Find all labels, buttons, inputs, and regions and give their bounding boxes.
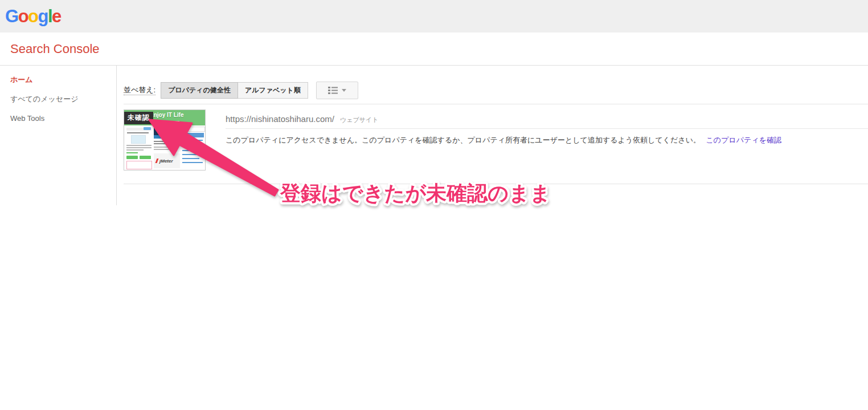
view-options-button[interactable] xyxy=(316,82,358,99)
thumb-decor-bar xyxy=(154,149,173,150)
thumb-decor-block xyxy=(126,161,152,169)
page: Google Search Console ホーム すべてのメッセージ Web … xyxy=(0,0,868,410)
logo-letter: e xyxy=(52,6,61,26)
thumb-decor-bar xyxy=(182,146,203,147)
google-logo[interactable]: Google xyxy=(5,7,61,25)
thumb-decor-bar xyxy=(182,150,202,151)
thumb-decor-bar xyxy=(154,141,179,142)
annotation-text: 登録はできたが未確認のまま xyxy=(280,181,551,205)
thumb-decor-block xyxy=(144,127,151,130)
logo-letter: o xyxy=(28,6,38,26)
sort-toolbar: 並べ替え: プロパティの健全性 アルファベット順 xyxy=(124,82,868,99)
sort-by-health-button[interactable]: プロパティの健全性 xyxy=(161,82,238,99)
unverified-badge: 未確認 xyxy=(124,112,153,124)
thumb-decor-block xyxy=(182,127,205,132)
site-thumbnail[interactable]: Enjoy IT Life 未確認 xyxy=(124,109,206,171)
thumb-decor-bar xyxy=(154,147,177,148)
app-title[interactable]: Search Console xyxy=(10,42,100,56)
thumb-decor-bar xyxy=(182,158,199,159)
property-type-label: ウェブサイト xyxy=(340,116,379,124)
thumb-decor-bar xyxy=(154,143,179,144)
sidebar-item-home[interactable]: ホーム xyxy=(10,75,116,84)
thumb-nav-decor xyxy=(150,121,179,122)
sidebar-item-webtools[interactable]: Web Tools xyxy=(10,114,116,123)
thumb-decor-bar xyxy=(126,152,138,153)
thumb-site-title: Enjoy IT Life xyxy=(150,112,183,118)
google-top-bar: Google xyxy=(0,0,868,33)
thumb-decor-bar xyxy=(182,162,203,163)
thumb-decor-bar xyxy=(127,132,149,133)
property-info: https://nishinatoshiharu.com/ ウェブサイト このプ… xyxy=(226,109,868,184)
sort-segmented-control: プロパティの健全性 アルファベット順 xyxy=(161,82,308,99)
dropdown-arrow-icon xyxy=(342,89,346,92)
logo-letter: l xyxy=(48,6,52,26)
property-row: Enjoy IT Life 未確認 xyxy=(124,104,868,184)
thumb-jmeter-logo-text: jMeter xyxy=(159,159,173,164)
thumb-decor-block xyxy=(154,135,180,139)
thumb-decor-block xyxy=(126,156,138,159)
logo-letter: g xyxy=(38,6,48,26)
property-message-line: このプロパティにアクセスできません。このプロパティを確認するか、プロパティ所有者… xyxy=(226,129,868,145)
sidebar: ホーム すべてのメッセージ Web Tools xyxy=(0,66,117,205)
thumb-decor-block xyxy=(182,133,204,137)
thumb-decor-bar xyxy=(126,147,152,148)
verify-property-link[interactable]: このプロパティを確認 xyxy=(706,136,781,144)
thumb-decor-bar xyxy=(126,145,152,146)
property-url-link[interactable]: https://nishinatoshiharu.com/ xyxy=(226,114,334,124)
logo-letter: o xyxy=(18,6,28,26)
thumb-decor-bar xyxy=(182,140,203,141)
sidebar-item-messages[interactable]: すべてのメッセージ xyxy=(10,95,116,103)
sort-alphabetical-button[interactable]: アルファベット順 xyxy=(238,82,308,99)
access-denied-message: このプロパティにアクセスできません。このプロパティを確認するか、プロパティ所有者… xyxy=(226,136,701,144)
app-bar: Search Console xyxy=(0,33,868,66)
thumb-decor-bar xyxy=(182,154,203,155)
main-content: 並べ替え: プロパティの健全性 アルファベット順 xyxy=(117,82,868,184)
logo-letter: G xyxy=(5,6,18,26)
list-icon xyxy=(328,87,338,94)
thumb-decor-bar xyxy=(126,149,144,151)
thumb-decor-block xyxy=(131,135,146,144)
property-url-line: https://nishinatoshiharu.com/ ウェブサイト xyxy=(226,109,868,129)
thumb-decor-bar xyxy=(182,142,198,143)
sort-label: 並べ替え: xyxy=(124,85,155,95)
thumb-decor-block xyxy=(140,156,151,159)
